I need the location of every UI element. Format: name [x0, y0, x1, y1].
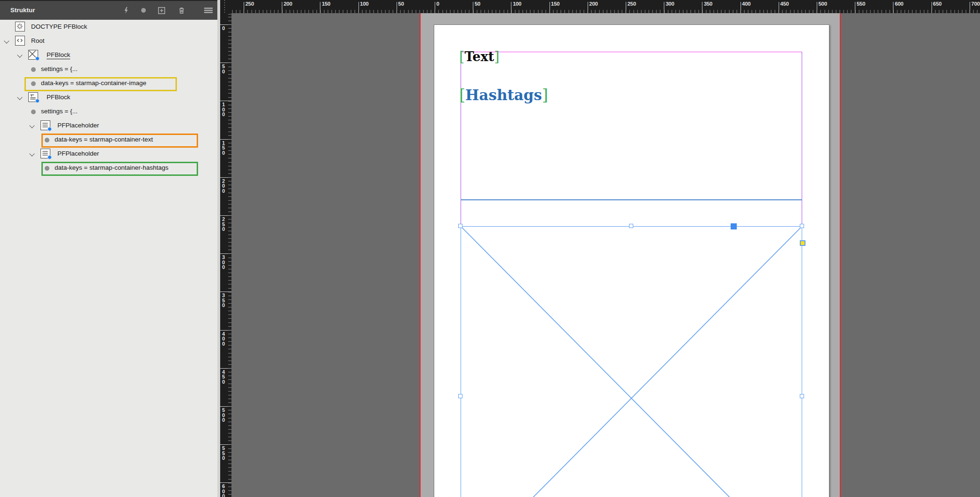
doctype-icon	[15, 22, 25, 32]
attached-dot-icon	[48, 155, 52, 159]
hruler-label: 700	[971, 1, 980, 7]
text-block-icon	[28, 92, 38, 102]
hruler-label: 50	[475, 1, 480, 7]
hruler-label: 200	[589, 1, 598, 7]
selection-handle-top-right[interactable]	[800, 224, 804, 228]
attribute-bullet-icon	[45, 138, 49, 142]
structure-panel-header: Struktur	[0, 0, 217, 20]
hruler-label: 300	[666, 1, 674, 7]
vruler-label: 6 0 0	[222, 484, 225, 497]
tree-attribute-row[interactable]: settings = {...	[0, 104, 217, 118]
tree-element-row[interactable]: Root	[0, 34, 217, 48]
chevron-down-icon[interactable]	[17, 95, 22, 100]
hruler-label: 550	[857, 1, 865, 7]
hruler-label: 600	[895, 1, 903, 7]
vruler-label: 2 5 0	[222, 217, 225, 232]
bleed-guide-left	[420, 13, 421, 497]
vruler-label: 1 5 0	[222, 141, 225, 156]
add-element-icon[interactable]	[156, 5, 167, 16]
tree-attribute-row[interactable]: settings = {...	[0, 62, 217, 76]
vruler-label: 5 5 0	[222, 446, 225, 461]
panel-title: Struktur	[10, 1, 35, 20]
hruler-label: 350	[704, 1, 712, 7]
tree-attribute-row[interactable]: data-keys = starmap-container-text	[0, 133, 217, 147]
tree-element-row[interactable]: DOCTYPE PFBlock	[0, 20, 217, 34]
attribute-label[interactable]: data-keys = starmap-container-text	[55, 136, 153, 143]
chevron-down-icon[interactable]	[29, 123, 34, 128]
tree-node-label[interactable]: Root	[31, 37, 45, 44]
root-icon	[15, 36, 25, 46]
document-canvas[interactable]: [Text] [Hashtags]	[231, 13, 980, 497]
trash-icon[interactable]	[176, 5, 187, 16]
tree-attribute-row[interactable]: data-keys = starmap-container-image	[0, 76, 217, 90]
vruler-label: 5 0	[222, 64, 225, 74]
ruler-origin-box[interactable]	[220, 0, 231, 13]
tree-node-label[interactable]: PFBlock	[47, 51, 70, 59]
hruler-label: 450	[780, 1, 789, 7]
chevron-down-icon[interactable]	[29, 151, 34, 156]
placeholder-icon	[40, 149, 50, 158]
hruler-label: 100	[513, 1, 521, 7]
hruler-label: 150	[322, 1, 330, 7]
attribute-label[interactable]: data-keys = starmap-container-hashtags	[55, 164, 168, 171]
tree-attribute-row[interactable]: data-keys = starmap-container-hashtags	[0, 161, 217, 175]
vruler-label: 4 5 0	[222, 370, 225, 385]
vruler-minor-ticks	[228, 13, 231, 497]
bleed-guide-right	[840, 13, 841, 497]
selection-handle-top-center[interactable]	[629, 224, 633, 228]
selection-handle-middle-left[interactable]	[458, 394, 462, 398]
selection-handle-top-left[interactable]	[458, 224, 462, 228]
hruler-label: 0	[437, 1, 439, 7]
ruler-origin-marker	[224, 0, 225, 13]
attribute-bullet-icon	[31, 67, 36, 72]
indesign-workspace: { "panel": { "title": "Struktur", "toolb…	[0, 0, 980, 497]
selection-handle-middle-right[interactable]	[800, 394, 804, 398]
image-frame-icon	[28, 50, 38, 60]
hruler-label: 150	[551, 1, 559, 7]
attribute-label[interactable]: settings = {...	[41, 108, 78, 115]
attribute-label[interactable]: settings = {...	[41, 65, 78, 72]
vruler-label: 0	[222, 26, 225, 31]
attached-dot-icon	[48, 127, 52, 131]
placeholder-icon	[40, 120, 50, 130]
image-placeholder-frame[interactable]	[461, 226, 802, 497]
hruler-label: 250	[246, 1, 254, 7]
live-corner-widget[interactable]	[800, 240, 805, 246]
hruler-label: 250	[628, 1, 636, 7]
attribute-bullet-icon	[45, 166, 49, 171]
placeholder-bracket-left: [	[459, 48, 464, 64]
placeholder-bracket-right: ]	[542, 86, 548, 104]
attribute-label[interactable]: data-keys = starmap-container-image	[41, 79, 146, 87]
tree-node-label[interactable]: PFPlaceholder	[57, 150, 99, 157]
hruler-label: 500	[819, 1, 827, 7]
hruler-label: 650	[933, 1, 941, 7]
vruler-label: 2 0 0	[222, 179, 225, 194]
chevron-down-icon[interactable]	[17, 52, 22, 57]
attribute-bullet-icon	[31, 110, 36, 114]
lightning-icon[interactable]	[120, 5, 132, 16]
tree-element-row[interactable]: PFPlaceholder	[0, 147, 217, 161]
placeholder-bracket-right: ]	[494, 48, 499, 64]
attribute-bullet-icon	[31, 81, 36, 86]
text-placeholder-label[interactable]: [Text]	[459, 50, 500, 63]
hashtags-placeholder-label[interactable]: [Hashtags]	[459, 87, 548, 103]
attached-dot-icon	[35, 56, 40, 61]
horizontal-ruler[interactable]: 2502001501005005010015020025030035040045…	[231, 0, 980, 13]
vruler-label: 1 0 0	[222, 102, 225, 117]
empty-frame-x	[461, 227, 802, 497]
hruler-label: 100	[360, 1, 368, 7]
structure-panel: Struktur DOCTYPE PFBlockRootPFBlocksetti…	[0, 0, 217, 497]
vruler-label: 3 0 0	[222, 255, 225, 270]
tree-element-row[interactable]: PFBlock	[0, 90, 217, 104]
tree-node-label[interactable]: PFPlaceholder	[57, 122, 99, 129]
vertical-ruler[interactable]: 05 01 0 01 5 02 0 02 5 03 0 03 5 04 0 04…	[220, 13, 231, 497]
record-circle-icon[interactable]	[138, 5, 149, 16]
text-outport-handle[interactable]	[731, 223, 737, 229]
tree-node-label[interactable]: PFBlock	[47, 94, 70, 101]
hruler-label: 400	[742, 1, 750, 7]
tree-element-row[interactable]: PFPlaceholder	[0, 118, 217, 133]
panel-menu-icon[interactable]	[203, 5, 214, 16]
tree-element-row[interactable]: PFBlock	[0, 48, 217, 62]
chevron-down-icon[interactable]	[4, 38, 9, 43]
tree-node-label[interactable]: DOCTYPE PFBlock	[31, 23, 87, 30]
